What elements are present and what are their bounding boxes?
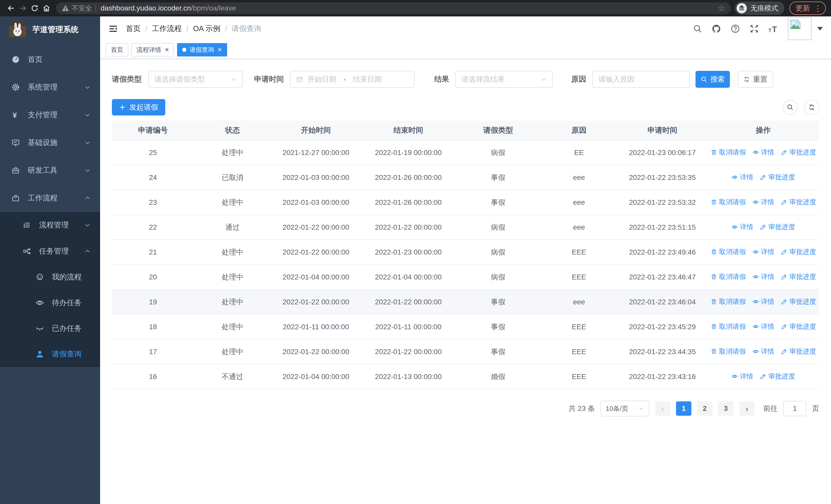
next-page-button[interactable]: › (739, 402, 754, 416)
goto-page-input[interactable] (783, 401, 806, 416)
search-button[interactable]: 搜索 (695, 71, 730, 88)
reason-input[interactable]: 请输入原因 (592, 71, 690, 88)
fullscreen-icon[interactable] (749, 24, 759, 34)
result-label: 结果 (434, 74, 449, 84)
progress-link[interactable]: 审批进度 (781, 148, 816, 157)
font-size-icon[interactable]: TT (768, 24, 779, 34)
row-actions: 取消请假详情审批进度 (707, 190, 819, 215)
progress-link[interactable]: 审批进度 (760, 223, 795, 232)
prev-page-button[interactable]: ‹ (655, 402, 670, 416)
detail-link[interactable]: 详情 (752, 297, 774, 306)
detail-link[interactable]: 详情 (752, 347, 774, 356)
sidebar-logo[interactable]: 芋道管理系统 (0, 17, 100, 42)
avatar-dropdown-icon[interactable] (817, 27, 823, 31)
github-icon[interactable] (711, 24, 721, 34)
url-path[interactable]: /bpm/oa/leave (191, 4, 236, 12)
breadcrumb-item[interactable]: 首页 (126, 24, 141, 34)
tab-首页[interactable]: 首页 (106, 43, 128, 56)
progress-link[interactable]: 审批进度 (760, 372, 795, 381)
table-row: 25处理中2021-12-27 00:00:002022-01-19 00:00… (112, 140, 819, 165)
table-cell: 处理中 (194, 339, 271, 364)
detail-link[interactable]: 详情 (752, 247, 774, 256)
sidebar-item-请假查询[interactable]: 请假查询 (0, 341, 100, 367)
sidebar-item-首页[interactable]: 首页 (0, 46, 100, 73)
progress-link[interactable]: 审批进度 (781, 272, 816, 281)
table-cell: EEE (541, 364, 618, 389)
detail-link[interactable]: 详情 (752, 322, 774, 331)
not-secure-label[interactable]: 不安全 (72, 4, 92, 13)
close-tab-icon[interactable]: × (218, 46, 222, 53)
browser-forward-icon[interactable] (17, 2, 29, 14)
cancel-link[interactable]: 取消请假 (711, 198, 746, 207)
address-bar[interactable]: 不安全 dashboard.yudao.iocoder.cn /bpm/oa/l… (56, 2, 731, 14)
cancel-link[interactable]: 取消请假 (711, 347, 746, 356)
cancel-link[interactable]: 取消请假 (711, 272, 746, 281)
cancel-link[interactable]: 取消请假 (711, 297, 746, 306)
help-icon[interactable] (730, 24, 740, 34)
cancel-link[interactable]: 取消请假 (711, 148, 746, 157)
sidebar-item-系统管理[interactable]: 系统管理 (0, 73, 100, 101)
table-cell: 23 (112, 190, 194, 215)
progress-link[interactable]: 审批进度 (781, 347, 816, 356)
bookmark-star-icon[interactable]: ☆ (718, 3, 725, 13)
detail-link[interactable]: 详情 (732, 372, 753, 381)
browser-menu-icon[interactable]: ⋮ (814, 4, 822, 13)
sidebar-item-流程管理[interactable]: 流程管理 (0, 212, 100, 238)
cancel-link[interactable]: 取消请假 (711, 322, 746, 331)
refresh-table-button[interactable] (804, 100, 819, 115)
table-cell: 2022-01-22 23:44:35 (618, 339, 707, 364)
progress-link[interactable]: 审批进度 (781, 297, 816, 306)
detail-link[interactable]: 详情 (732, 173, 753, 182)
url-host[interactable]: dashboard.yudao.iocoder.cn (101, 4, 191, 12)
tree-icon (22, 247, 32, 256)
result-select[interactable]: 请选择流结果 (455, 71, 553, 88)
sidebar-item-支付管理[interactable]: ¥支付管理 (0, 101, 100, 129)
progress-link[interactable]: 审批进度 (781, 322, 816, 331)
not-secure-warning-icon[interactable] (62, 4, 69, 12)
table-cell: EEE (541, 314, 618, 339)
pencil-icon (781, 249, 787, 255)
detail-link[interactable]: 详情 (752, 148, 774, 157)
table-row: 24已取消2022-01-03 00:00:002022-01-26 00:00… (112, 165, 819, 190)
page-button-1[interactable]: 1 (676, 402, 691, 416)
progress-link[interactable]: 审批进度 (781, 247, 816, 256)
table-cell: 2022-01-22 00:00:00 (271, 290, 361, 314)
page-button-2[interactable]: 2 (697, 402, 712, 416)
progress-link[interactable]: 审批进度 (781, 198, 816, 207)
detail-link[interactable]: 详情 (732, 223, 753, 232)
progress-link[interactable]: 审批进度 (760, 173, 795, 182)
sidebar-item-工作流程[interactable]: 工作流程 (0, 184, 100, 212)
cancel-link[interactable]: 取消请假 (711, 247, 746, 256)
table-row: 21处理中2022-01-22 00:00:002022-01-23 00:00… (112, 240, 819, 265)
breadcrumb-item[interactable]: OA 示例 (193, 24, 220, 34)
page-size-select[interactable]: 10条/页 (601, 401, 649, 416)
show-search-button[interactable] (783, 100, 798, 115)
browser-reload-icon[interactable] (29, 2, 40, 14)
detail-link[interactable]: 详情 (752, 198, 774, 207)
header-search-icon[interactable] (693, 24, 702, 33)
sidebar-collapse-icon[interactable] (108, 24, 118, 34)
table-cell: 处理中 (194, 240, 271, 265)
svg-text:T: T (768, 27, 771, 33)
sidebar-item-我的流程[interactable]: 我的流程 (0, 264, 100, 290)
leave-type-select[interactable]: 请选择请假类型 (148, 71, 243, 88)
avatar[interactable] (788, 18, 811, 40)
reset-button[interactable]: 重置 (738, 71, 773, 88)
detail-link[interactable]: 详情 (752, 272, 774, 281)
sidebar-item-研发工具[interactable]: 研发工具 (0, 156, 100, 184)
browser-back-icon[interactable] (5, 2, 17, 14)
create-leave-button[interactable]: 发起请假 (112, 99, 165, 116)
sidebar-item-基础设施[interactable]: 基础设施 (0, 129, 100, 156)
sidebar-item-待办任务[interactable]: 待办任务 (0, 290, 100, 316)
sidebar-item-已办任务[interactable]: 已办任务 (0, 316, 100, 341)
tab-请假查询[interactable]: 请假查询× (177, 43, 227, 56)
breadcrumb-item[interactable]: 工作流程 (152, 24, 182, 34)
page-button-3[interactable]: 3 (718, 402, 734, 416)
close-tab-icon[interactable]: × (165, 46, 169, 53)
sidebar-item-任务管理[interactable]: 任务管理 (0, 238, 100, 264)
tab-流程详情[interactable]: 流程详情× (132, 43, 174, 56)
row-actions: 详情审批进度 (707, 364, 819, 389)
apply-time-range-picker[interactable]: 开始日期 - 结束日期 (290, 71, 415, 88)
browser-home-icon[interactable] (40, 2, 52, 14)
browser-update-button[interactable]: 更新 ⋮ (790, 2, 826, 15)
